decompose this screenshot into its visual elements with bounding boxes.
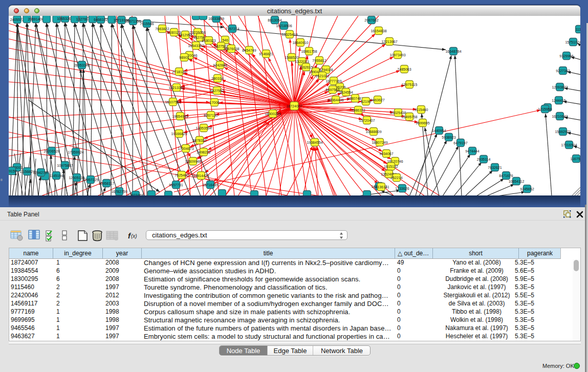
svg-text:12093872: 12093872: [552, 85, 568, 89]
svg-text:6794028: 6794028: [319, 68, 333, 72]
svg-text:7955812: 7955812: [312, 59, 326, 62]
svg-text:18300295: 18300295: [265, 112, 280, 116]
svg-text:116753: 116753: [571, 157, 580, 161]
svg-text:1162615: 1162615: [299, 65, 313, 69]
svg-text:1322013: 1322013: [295, 60, 309, 63]
svg-text:1215958: 1215958: [538, 107, 552, 111]
svg-text:1440954: 1440954: [432, 129, 446, 133]
svg-text:17359924: 17359924: [68, 150, 83, 154]
svg-text:12213382: 12213382: [168, 86, 184, 90]
svg-text:(x): (x): [131, 233, 137, 239]
svg-text:8267130: 8267130: [204, 114, 217, 117]
svg-text:7625402: 7625402: [175, 173, 188, 177]
svg-text:15692971: 15692971: [555, 130, 571, 134]
svg-text:2405572: 2405572: [10, 18, 24, 21]
svg-text:17016504: 17016504: [561, 143, 577, 147]
svg-text:26676038: 26676038: [223, 47, 239, 51]
svg-text:10654112: 10654112: [509, 180, 525, 183]
svg-text:18724007: 18724007: [286, 104, 302, 108]
svg-text:280314: 280314: [211, 77, 223, 80]
svg-text:1327602: 1327602: [76, 17, 90, 21]
svg-text:9657731: 9657731: [169, 183, 183, 187]
svg-text:8471676: 8471676: [499, 174, 513, 178]
svg-text:3824554: 3824554: [339, 91, 353, 94]
svg-text:10958117: 10958117: [99, 182, 115, 185]
svg-text:10543362: 10543362: [188, 44, 204, 48]
svg-text:8180323: 8180323: [202, 39, 215, 42]
svg-text:18640910: 18640910: [292, 41, 308, 45]
svg-text:16648784: 16648784: [445, 50, 461, 53]
svg-text:3498222: 3498222: [197, 150, 210, 154]
svg-text:1588520: 1588520: [285, 56, 298, 59]
svg-text:19218506: 19218506: [276, 24, 292, 28]
svg-text:14914479: 14914479: [193, 174, 209, 178]
svg-text:5938923: 5938923: [442, 136, 455, 139]
svg-text:16210643: 16210643: [552, 115, 568, 118]
svg-text:62190: 62190: [361, 100, 371, 103]
svg-text:7632621: 7632621: [488, 166, 502, 169]
svg-text:7515546: 7515546: [140, 22, 154, 26]
svg-text:7357274: 7357274: [225, 27, 239, 31]
svg-text:2935114: 2935114: [477, 158, 491, 161]
svg-text:7663822: 7663822: [155, 27, 169, 31]
svg-text:1145194: 1145194: [50, 174, 63, 178]
svg-text:39159: 39159: [9, 169, 17, 173]
svg-text:9115460: 9115460: [415, 108, 428, 112]
svg-text:12609948: 12609948: [185, 160, 201, 163]
svg-text:15720407: 15720407: [359, 119, 375, 122]
svg-text:1733626: 1733626: [395, 187, 409, 190]
svg-text:6479197: 6479197: [453, 141, 467, 145]
svg-text:10975887: 10975887: [57, 164, 73, 167]
svg-text:546: 546: [222, 38, 228, 42]
svg-text:1615132: 1615132: [384, 165, 398, 168]
svg-text:17004673: 17004673: [178, 147, 193, 150]
svg-text:9242845: 9242845: [213, 63, 227, 67]
svg-text:6466102: 6466102: [94, 18, 107, 21]
svg-text:10973493: 10973493: [389, 53, 405, 57]
svg-text:16107552: 16107552: [165, 100, 181, 104]
svg-text:9329966: 9329966: [559, 54, 573, 58]
svg-text:20691406: 20691406: [28, 17, 43, 21]
svg-text:98901: 98901: [179, 56, 189, 59]
svg-text:19166825: 19166825: [171, 132, 187, 136]
svg-text:8454749: 8454749: [242, 49, 256, 52]
svg-text:16671355: 16671355: [125, 19, 141, 23]
svg-text:9227342: 9227342: [556, 69, 570, 73]
svg-text:12942737: 12942737: [33, 171, 49, 174]
svg-text:10688609: 10688609: [365, 130, 381, 134]
svg-text:9699695: 9699695: [416, 121, 429, 125]
svg-text:16782759: 16782759: [111, 190, 127, 193]
svg-text:252214: 252214: [390, 176, 402, 180]
svg-text:9034067: 9034067: [379, 152, 393, 156]
svg-text:9463627: 9463627: [371, 98, 384, 102]
svg-text:19384554: 19384554: [307, 141, 322, 144]
svg-text:18807249: 18807249: [372, 141, 387, 144]
svg-text:19654985: 19654985: [172, 115, 188, 118]
svg-text:13325419: 13325419: [281, 33, 297, 36]
svg-text:16495758: 16495758: [401, 115, 417, 119]
svg-text:20364436: 20364436: [328, 98, 343, 102]
svg-text:28053346: 28053346: [74, 63, 90, 67]
svg-text:16033809: 16033809: [208, 17, 224, 20]
svg-text:12975115: 12975115: [402, 83, 418, 86]
svg-text:9146821: 9146821: [259, 52, 273, 56]
svg-text:20206528: 20206528: [43, 149, 59, 153]
svg-text:2087682: 2087682: [364, 18, 378, 22]
svg-text:9245652: 9245652: [520, 187, 534, 191]
svg-text:1244415: 1244415: [552, 99, 565, 102]
svg-text:8878332: 8878332: [192, 139, 206, 142]
svg-text:14136141: 14136141: [373, 185, 389, 189]
svg-text:7485063: 7485063: [397, 68, 411, 71]
svg-text:6497568: 6497568: [325, 88, 339, 92]
svg-text:16154838: 16154838: [371, 29, 386, 33]
svg-text:13353594: 13353594: [195, 126, 211, 130]
svg-text:15716485: 15716485: [202, 183, 218, 187]
svg-text:17006: 17006: [209, 101, 220, 104]
svg-text:8813054: 8813054: [268, 18, 281, 22]
svg-text:19777169: 19777169: [325, 79, 341, 83]
svg-text:1112: 1112: [576, 28, 580, 31]
svg-text:16961758: 16961758: [301, 50, 317, 53]
svg-text:8427552: 8427552: [210, 89, 224, 93]
svg-text:10025438: 10025438: [390, 111, 406, 115]
svg-text:7986372: 7986372: [351, 108, 365, 112]
